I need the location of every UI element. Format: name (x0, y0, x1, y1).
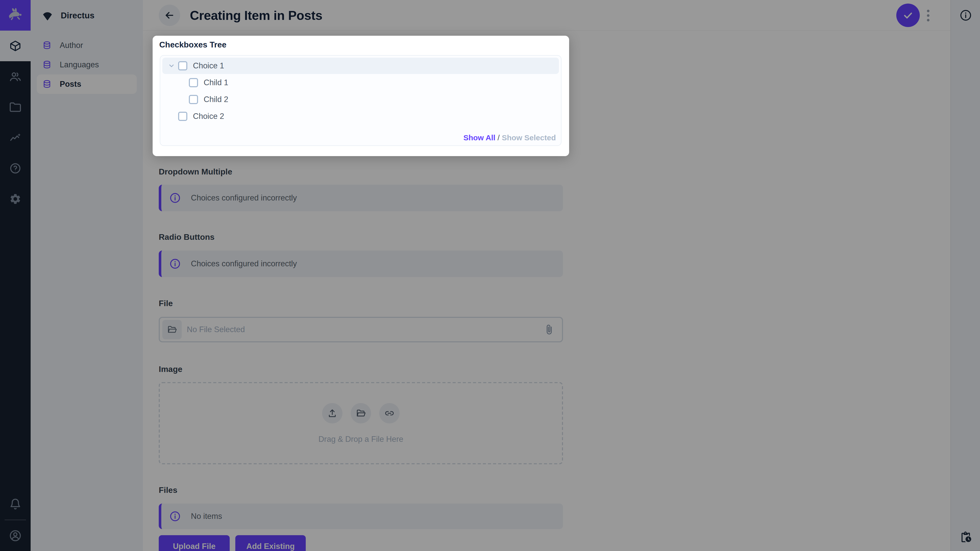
tree-row-child-2[interactable]: Child 2 (162, 91, 559, 108)
show-selected-link[interactable]: Show Selected (502, 133, 556, 142)
link-separator: / (498, 133, 502, 142)
show-all-link[interactable]: Show All (463, 133, 496, 142)
tree-row-child-1[interactable]: Child 1 (162, 74, 559, 91)
tree-label: Child 1 (204, 78, 228, 87)
checkboxes-tree-input: Choice 1 Child 1 Child 2 Choice 2 Show A… (160, 55, 562, 146)
checkbox-child-2[interactable] (189, 95, 198, 104)
tree-label: Choice 2 (193, 111, 224, 121)
checkbox-child-1[interactable] (189, 78, 198, 87)
popover-title: Checkboxes Tree (159, 40, 226, 49)
tree-label: Child 2 (204, 95, 228, 104)
chevron-placeholder (168, 113, 175, 120)
tree-label: Choice 1 (193, 61, 224, 70)
tree-row-choice-2[interactable]: Choice 2 (162, 108, 559, 124)
checkbox-choice-2[interactable] (178, 111, 187, 121)
directus-app: Directus Author Languages (0, 0, 980, 551)
checkbox-choice-1[interactable] (178, 61, 187, 70)
chevron-down-icon[interactable] (168, 62, 175, 69)
checkboxes-tree-popover: Checkboxes Tree Choice 1 Child 1 Child 2 (153, 36, 569, 156)
tree-row-choice-1[interactable]: Choice 1 (162, 58, 559, 74)
tree-footer-links: Show All / Show Selected (463, 133, 556, 142)
